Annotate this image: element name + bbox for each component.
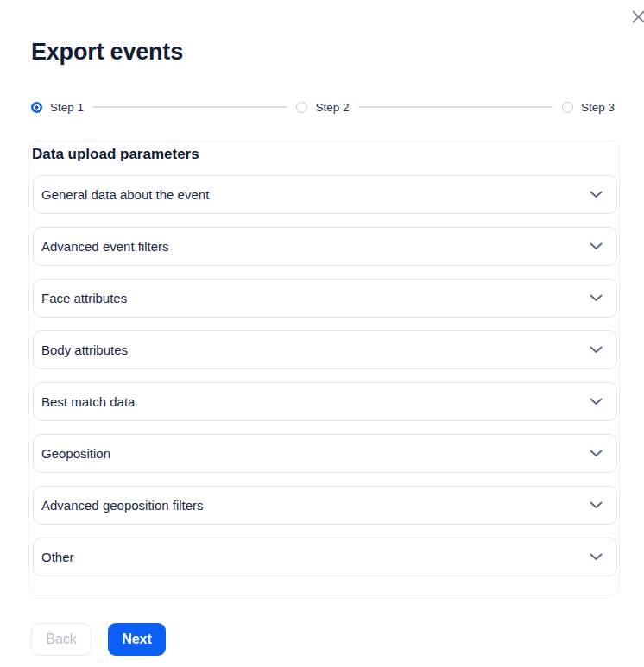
accordion-section[interactable]: Other <box>33 538 617 576</box>
accordion-section-label: Advanced geoposition filters <box>41 498 204 513</box>
step1-label: Step 1 <box>50 101 84 114</box>
data-upload-parameters-panel: Data upload parameters General data abou… <box>28 141 620 595</box>
accordion-section[interactable]: Advanced geoposition filters <box>33 486 617 525</box>
page-title: Export events <box>31 38 183 66</box>
accordion-section[interactable]: Advanced event filters <box>33 227 617 266</box>
accordion-section[interactable]: Geoposition <box>33 434 617 473</box>
chevron-down-icon <box>590 294 603 302</box>
chevron-down-icon <box>590 191 603 198</box>
next-button[interactable]: Next <box>108 623 166 656</box>
chevron-down-icon <box>590 346 603 354</box>
chevron-down-icon <box>590 242 603 250</box>
step1-radio-active-icon[interactable] <box>31 102 42 113</box>
accordion-section[interactable]: Face attributes <box>33 279 617 318</box>
close-icon[interactable] <box>628 7 644 26</box>
accordion-section[interactable]: General data about the event <box>33 175 617 214</box>
accordion-section-label: Geoposition <box>41 446 110 461</box>
chevron-down-icon <box>590 450 603 457</box>
accordion-section-label: Body attributes <box>41 343 128 357</box>
step-connector-line <box>92 106 287 108</box>
step2-radio-icon[interactable] <box>296 102 307 113</box>
back-button[interactable]: Back <box>31 623 92 656</box>
chevron-down-icon <box>590 553 603 561</box>
accordion-section-label: Other <box>41 550 74 564</box>
accordion-section-label: Face attributes <box>41 291 127 305</box>
chevron-down-icon <box>590 501 603 509</box>
step2-label: Step 2 <box>315 101 349 114</box>
accordion-section-label: Advanced event filters <box>41 239 169 254</box>
accordion-section[interactable]: Best match data <box>33 382 617 421</box>
export-events-modal: Export events Step 1 Step 2 Step 3 Data … <box>0 0 644 667</box>
chevron-down-icon <box>590 398 603 406</box>
accordion-section-label: General data about the event <box>41 187 209 202</box>
close-x-glyph <box>632 10 644 23</box>
step-indicator: Step 1 Step 2 Step 3 <box>31 96 615 118</box>
step3-label: Step 3 <box>581 101 615 114</box>
accordion-section[interactable]: Body attributes <box>33 330 617 369</box>
panel-title: Data upload parameters <box>32 145 619 164</box>
footer-actions: Back Next <box>31 623 166 656</box>
accordion-section-label: Best match data <box>41 394 135 409</box>
step3-radio-icon[interactable] <box>562 102 573 113</box>
accordion-list: General data about the event Advanced ev… <box>33 175 617 576</box>
step-connector-line <box>358 106 553 108</box>
